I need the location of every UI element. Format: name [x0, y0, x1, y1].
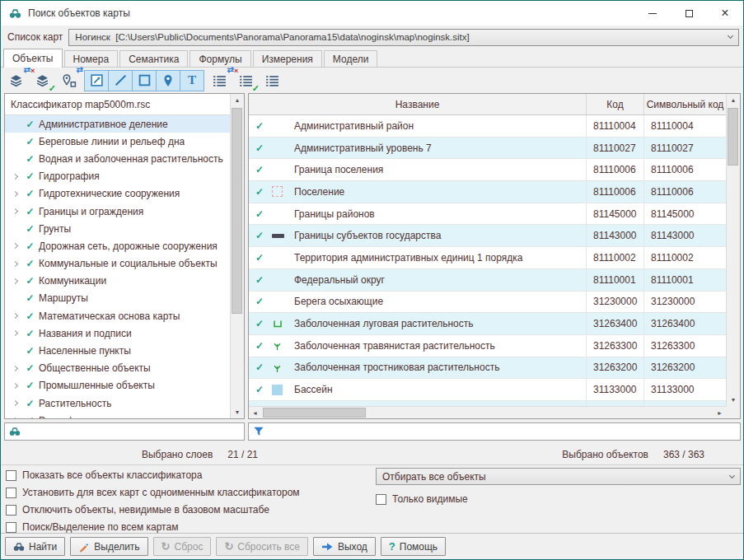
scroll-down-icon[interactable]: ▼	[231, 406, 244, 418]
layers-clear-button[interactable]: ×✓	[31, 70, 54, 91]
tree-item[interactable]: ✓Коммуникации	[5, 273, 230, 290]
check-icon: ✓	[21, 310, 39, 322]
tree-item[interactable]: ✓Маршруты	[5, 290, 230, 307]
toggle-line-objects[interactable]	[108, 70, 133, 91]
tree-item[interactable]: ✓Коммунальные и социальные объекты	[5, 255, 230, 273]
scroll-right-icon[interactable]: ►	[714, 407, 726, 418]
column-header-symcode[interactable]: Символьный код	[644, 94, 726, 114]
object-filter-box[interactable]	[248, 422, 741, 441]
layer-search-box[interactable]	[4, 422, 245, 441]
tree-item[interactable]: ✓Населенные пункты	[5, 342, 230, 359]
object-filter-input[interactable]	[269, 424, 740, 439]
layer-search-input[interactable]	[25, 424, 244, 439]
expander-icon[interactable]	[9, 279, 21, 283]
tree-item-label: Коммунальные и социальные объекты	[39, 258, 218, 269]
tree-item-label: Растительность	[39, 398, 111, 409]
exit-button[interactable]: Выход	[313, 537, 376, 556]
table-row[interactable]: ✓Заболоченная травянистая растительность…	[249, 335, 726, 357]
tree-item[interactable]: ✓Математическая основа карты	[5, 307, 230, 324]
table-row[interactable]: ✓Берега осыхающие3123000031230000	[249, 292, 726, 314]
objects-table-scrollbar[interactable]: ▲ ▼	[726, 94, 740, 406]
expander-icon[interactable]	[9, 366, 21, 371]
minimize-button[interactable]	[634, 1, 671, 26]
expander-icon[interactable]	[9, 331, 21, 335]
checkbox-icon	[6, 488, 16, 498]
tree-item[interactable]: ✓Растительность	[5, 394, 230, 412]
table-row[interactable]: ✓Административный район8111000481110004	[249, 115, 726, 138]
table-row[interactable]: ✓Границы субъектов государства8114300081…	[249, 225, 726, 247]
tree-item[interactable]: ✓Промышленные объекты	[5, 377, 230, 394]
objects-list-button[interactable]	[261, 70, 283, 91]
tree-item[interactable]: ✓Названия и подписи	[5, 324, 230, 342]
expander-icon[interactable]	[9, 175, 21, 179]
option-checkbox-4[interactable]: Поиск/Выделение по всем картам	[6, 519, 743, 535]
tree-item[interactable]: ✓Общественные объекты	[5, 360, 230, 377]
scroll-up-icon[interactable]: ▲	[231, 94, 244, 106]
tree-item[interactable]: ✓Границы и ограждения	[5, 203, 230, 220]
scrollbar-thumb[interactable]	[263, 408, 366, 418]
list-xcheck-icon: ×✓	[239, 73, 253, 87]
checkbox-icon	[376, 494, 386, 505]
help-button[interactable]: ?Помощь	[381, 537, 446, 556]
expander-icon[interactable]	[9, 192, 21, 196]
tab-5[interactable]: Измерения	[253, 50, 322, 67]
find-button[interactable]: Найти	[5, 537, 65, 556]
visible-only-checkbox[interactable]: Только видимые	[376, 491, 741, 507]
scroll-down-icon[interactable]: ▼	[727, 394, 740, 406]
tree-item[interactable]: ✓Дорожная сеть, дорожные сооружения	[5, 237, 230, 254]
expander-icon[interactable]	[9, 209, 21, 213]
expander-icon[interactable]	[9, 262, 21, 266]
close-button[interactable]: ×	[707, 1, 743, 26]
expander-icon[interactable]	[9, 314, 21, 318]
cell-name: ✓Территория административных единиц 1 по…	[249, 247, 587, 268]
toggle-point-objects[interactable]	[156, 70, 180, 91]
maximize-button[interactable]	[671, 1, 707, 26]
table-row[interactable]: ✓Граница поселения8111000681110006	[249, 159, 726, 181]
table-row[interactable]: ✓Федеральный округ8111000181110001	[249, 269, 726, 292]
tab-1[interactable]: Объекты	[3, 49, 63, 68]
toggle-polygon-objects[interactable]	[84, 70, 109, 91]
scrollbar-thumb[interactable]	[728, 108, 738, 166]
check-icon: ✓	[21, 223, 39, 235]
expander-icon[interactable]	[9, 401, 21, 405]
marker-icon	[78, 541, 90, 553]
toggle-area-objects[interactable]	[132, 70, 157, 91]
table-row[interactable]: ✓Заболоченная тростниковая растительност…	[249, 357, 726, 380]
tab-6[interactable]: Модели	[324, 50, 378, 67]
column-header-code[interactable]: Код	[587, 94, 644, 114]
expander-icon[interactable]	[9, 384, 21, 388]
column-header-name[interactable]: Название	[249, 94, 587, 114]
layers-tree-scrollbar[interactable]: ▲ ▼	[230, 94, 244, 418]
select-button[interactable]: Выделить	[70, 537, 147, 556]
table-row[interactable]: ✓Заболоченная луговая растительность3126…	[249, 313, 726, 335]
toggle-text-objects[interactable]: T	[180, 70, 204, 91]
tab-3[interactable]: Семантика	[119, 50, 188, 67]
expander-icon[interactable]	[9, 244, 21, 248]
tab-2[interactable]: Номера	[64, 50, 119, 67]
tree-item[interactable]: ✓Гидрография	[5, 168, 230, 185]
tree-item[interactable]: ✓Административное деление	[5, 115, 230, 133]
search-map-objects-dialog: Поиск объектов карты × Список карт Ногин…	[0, 0, 744, 560]
layers-refresh-button[interactable]: ⇄	[5, 70, 27, 91]
objects-list-clear-button[interactable]: ×✓	[235, 70, 257, 91]
table-row[interactable]: ✓Административный уровень 78111002781110…	[249, 138, 726, 160]
table-row[interactable]: ✓Поселение8111000681110006	[249, 181, 726, 203]
tree-item[interactable]: ✓Гидротехнические сооружения	[5, 185, 230, 203]
table-row[interactable]: ✓Бассейн3113300031133000	[249, 379, 726, 401]
table-row[interactable]: ✓Территория административных единиц 1 по…	[249, 247, 726, 269]
tab-4[interactable]: Формулы	[190, 50, 250, 67]
button-label: Сброс	[175, 541, 204, 553]
scroll-up-icon[interactable]: ▲	[727, 94, 740, 106]
tree-item[interactable]: ✓Водная и заболоченная растительность	[5, 150, 230, 167]
tree-item[interactable]: ✓Грунты	[5, 220, 230, 237]
object-types-refresh-button[interactable]: ⇄	[58, 70, 80, 91]
table-row[interactable]: ✓Границы районов8114500081145000	[249, 203, 726, 226]
tree-item[interactable]: ✓Рельеф суши	[5, 412, 230, 418]
select-objects-dropdown[interactable]: Отбирать все объекты	[376, 468, 741, 485]
objects-list-refresh-button[interactable]: ⇄	[208, 70, 231, 91]
tree-item[interactable]: ✓Береговые линии и рельеф дна	[5, 133, 230, 150]
scrollbar-thumb[interactable]	[232, 108, 242, 314]
scroll-left-icon[interactable]: ◄	[249, 407, 261, 418]
map-list-dropdown[interactable]: Ногинск [C:\Users\Public\Documents\Panor…	[68, 29, 739, 46]
objects-table-hscrollbar[interactable]: ◄ ►	[249, 406, 726, 418]
